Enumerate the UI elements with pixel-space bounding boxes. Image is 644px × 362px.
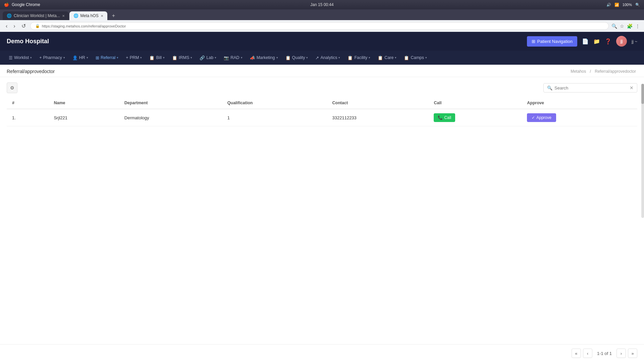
nav-irms[interactable]: 📋 IRMS ▾	[169, 53, 196, 63]
col-approve: Approve	[522, 97, 637, 109]
address-bar-actions: 🔍 ☆ 🧩 ⋮	[611, 23, 640, 29]
cell-name: Srjl221	[48, 109, 119, 126]
app-name: Google Chrome	[12, 2, 40, 7]
next-page-button[interactable]: ›	[616, 349, 626, 358]
nav-camps-icon: 📋	[404, 55, 409, 60]
os-bar-right: 🔊 📶 100% 🔍	[606, 3, 640, 7]
volume-icon: 🔊	[606, 3, 611, 7]
wifi-icon: 📶	[614, 3, 619, 7]
nav-quality[interactable]: 📋 Quality ▾	[282, 53, 312, 63]
breadcrumb-sep: /	[590, 69, 591, 74]
search-icon-os: 🔍	[635, 3, 640, 7]
menu-icon[interactable]: ⋮	[635, 23, 640, 29]
url-text: https://staging.metahos.com/referral/app…	[42, 24, 126, 28]
nav-analytics-icon: ↗	[315, 55, 319, 60]
breadcrumb-home[interactable]: Metahos	[571, 69, 586, 74]
nav-camps[interactable]: 📋 Camps ▾	[400, 53, 430, 63]
back-button[interactable]: ‹	[4, 22, 9, 30]
tab-metahos[interactable]: 🌐 Meta hOS ✕	[69, 11, 107, 20]
last-page-button[interactable]: »	[628, 349, 637, 358]
nav-hr[interactable]: 👤 HR ▾	[69, 53, 92, 63]
cell-department: Dermatology	[119, 109, 222, 126]
tab-favicon-1: 🌐	[7, 13, 12, 18]
col-num: #	[7, 97, 48, 109]
tab-label-1: Clinician Worklist | Meta...	[14, 13, 60, 18]
nav-pharmacy-icon: +	[39, 55, 42, 60]
page-content: Referral/approvedoctor Metahos / Referra…	[0, 65, 644, 132]
apple-icon: 🍎	[4, 2, 9, 7]
col-qualification: Qualification	[222, 97, 327, 109]
table-container: ⚙ 🔍 ✕ # Name Department Qualification Co…	[0, 77, 644, 132]
search-clear-button[interactable]: ✕	[630, 85, 634, 90]
new-tab-button[interactable]: +	[109, 11, 118, 20]
nav-rad-icon: 📷	[224, 55, 229, 60]
nav-referral[interactable]: ⊞ Referral ▾	[92, 53, 122, 63]
patient-nav-icon: ⊞	[532, 39, 535, 44]
user-label: jj ~	[632, 39, 637, 44]
tab-label-2: Meta hOS	[80, 13, 99, 18]
nav-bill[interactable]: 📋 Bill ▾	[146, 53, 168, 63]
settings-button[interactable]: ⚙	[7, 82, 17, 93]
url-bar[interactable]: 🔒 https://staging.metahos.com/referral/a…	[30, 22, 609, 30]
table-row: 1. Srjl221 Dermatology 1 3322112233 📞 Ca…	[7, 109, 637, 126]
nav-facility[interactable]: 📋 Facility ▾	[344, 53, 374, 63]
extensions-icon[interactable]: 🧩	[627, 23, 633, 29]
call-label: Call	[444, 115, 451, 120]
scrollbar-thumb[interactable]	[641, 84, 644, 104]
zoom-icon[interactable]: 🔍	[611, 23, 617, 29]
nav-bill-icon: 📋	[149, 55, 155, 60]
call-button[interactable]: 📞 Call	[434, 113, 455, 122]
nav-lab[interactable]: 🔗 Lab ▾	[196, 53, 220, 63]
call-icon: 📞	[438, 115, 443, 120]
tab-clinician[interactable]: 🌐 Clinician Worklist | Meta... ✕	[3, 11, 69, 20]
nav-analytics[interactable]: ↗ Analytics ▾	[312, 53, 343, 63]
patient-nav-button[interactable]: ⊞ Patient Navigation	[527, 36, 578, 47]
tab-close-1[interactable]: ✕	[62, 14, 65, 18]
nav-prm-icon: +	[126, 55, 128, 60]
nav-quality-icon: 📋	[285, 55, 291, 60]
folder-icon[interactable]: 📁	[593, 38, 600, 45]
nav-marketing-icon: 📣	[250, 55, 255, 60]
bookmark-icon[interactable]: ☆	[620, 23, 624, 29]
tab-favicon-2: 🌐	[73, 13, 78, 18]
nav-referral-icon: ⊞	[96, 55, 99, 60]
os-datetime: Jan 15 00:44	[310, 2, 333, 7]
nav-marketing[interactable]: 📣 Marketing ▾	[247, 53, 281, 63]
search-box: 🔍 ✕	[543, 83, 637, 93]
avatar[interactable]: jj	[616, 36, 627, 47]
nav-worklist-icon: ☰	[9, 55, 13, 60]
nav-irms-icon: 📋	[172, 55, 177, 60]
nav-prm[interactable]: + PRM ▾	[122, 53, 145, 63]
os-bar: 🍎 Google Chrome Jan 15 00:44 🔊 📶 100% 🔍	[0, 0, 644, 9]
search-icon: 🔍	[547, 85, 552, 90]
tab-close-2[interactable]: ✕	[101, 14, 103, 18]
search-input[interactable]	[554, 85, 628, 90]
nav-lab-icon: 🔗	[200, 55, 205, 60]
app-header: Demo Hospital ⊞ Patient Navigation 📄 📁 ❓…	[0, 32, 644, 51]
nav-hr-icon: 👤	[72, 55, 78, 60]
cell-qualification: 1	[222, 109, 327, 126]
approve-button[interactable]: ✓ Approve	[527, 113, 556, 122]
first-page-button[interactable]: «	[572, 349, 581, 358]
scrollbar[interactable]	[641, 84, 644, 218]
refresh-button[interactable]: ↺	[20, 22, 28, 30]
nav-bar: ☰ Worklist ▾ + Pharmacy ▾ 👤 HR ▾ ⊞ Refer…	[0, 51, 644, 65]
col-name: Name	[48, 97, 119, 109]
document-icon[interactable]: 📄	[582, 38, 589, 45]
doctors-table: # Name Department Qualification Contact …	[7, 97, 637, 126]
forward-button[interactable]: ›	[12, 22, 17, 30]
patient-nav-label: Patient Navigation	[537, 39, 573, 44]
nav-pharmacy[interactable]: + Pharmacy ▾	[36, 53, 68, 63]
nav-care[interactable]: 📋 Care ▾	[374, 53, 400, 63]
pagination-bar: « ‹ 1-1 of 1 › »	[0, 344, 644, 362]
nav-rad[interactable]: 📷 RAD ▾	[220, 53, 246, 63]
help-icon[interactable]: ❓	[605, 38, 611, 45]
nav-worklist[interactable]: ☰ Worklist ▾	[5, 53, 35, 63]
page-header: Referral/approvedoctor Metahos / Referra…	[0, 65, 644, 77]
col-contact: Contact	[327, 97, 429, 109]
prev-page-button[interactable]: ‹	[583, 349, 592, 358]
app-title: Demo Hospital	[7, 38, 49, 45]
lock-icon: 🔒	[35, 24, 40, 28]
address-bar: ‹ › ↺ 🔒 https://staging.metahos.com/refe…	[0, 20, 644, 32]
approve-icon: ✓	[532, 115, 535, 120]
